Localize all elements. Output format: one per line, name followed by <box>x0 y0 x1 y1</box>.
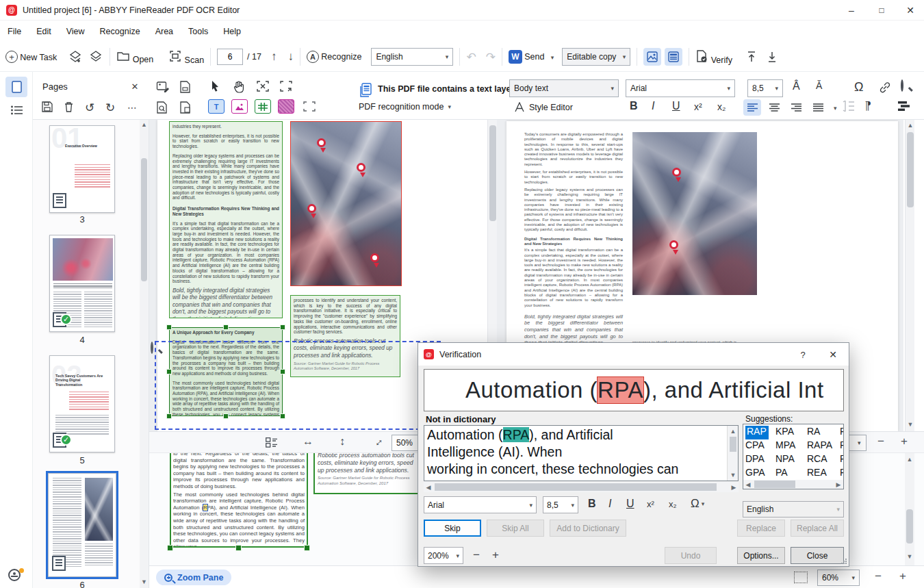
paragraph-direction-icon[interactable]: ¶ <box>865 100 871 112</box>
line-spacing-icon[interactable] <box>842 101 854 112</box>
menu-view[interactable]: View <box>59 21 92 42</box>
font-size-select[interactable]: 8,5 ▾ <box>747 79 783 97</box>
new-task-button[interactable]: + New Task <box>5 51 57 63</box>
resize-handle[interactable] <box>166 324 172 330</box>
close-pages-panel-icon[interactable]: ✕ <box>129 80 141 92</box>
status-zoom-select[interactable]: 60% ▾ <box>817 570 860 586</box>
add-pages-icon[interactable] <box>68 49 83 64</box>
suggestion-item[interactable]: CPA <box>745 439 775 453</box>
accessibility-icon[interactable] <box>8 569 21 581</box>
undo-icon[interactable]: ↶ <box>466 50 476 64</box>
scroll-down-icon[interactable]: ▼ <box>728 472 739 478</box>
suggestion-item[interactable]: REA <box>807 467 840 481</box>
align-center-button[interactable] <box>765 99 783 116</box>
picture-area-tool[interactable] <box>231 99 248 114</box>
subscript-button[interactable]: x₂ <box>717 101 726 112</box>
suggestions-horizontal-scrollbar[interactable]: ◀ ▶ <box>743 480 843 489</box>
dialog-subscript-button[interactable]: x₂ <box>669 499 677 509</box>
zoom-pane-quote-area[interactable]: Robotic process automation tools cut cos… <box>313 453 422 494</box>
scroll-down-icon[interactable]: ▼ <box>906 421 915 428</box>
text-area-tool[interactable]: T <box>208 99 224 114</box>
zoom-pane-selected-area[interactable]: to the next. Regardless of the details, … <box>170 453 308 548</box>
justify-button[interactable] <box>809 99 827 116</box>
zoom-in-icon[interactable]: + <box>901 435 908 448</box>
suggestions-listbox[interactable]: RAP CPA DPA GPA KPA MPA NPA PA RA RAPA R… <box>743 424 844 489</box>
resize-handle[interactable] <box>235 545 242 551</box>
dialog-close-button[interactable]: Close <box>791 547 844 564</box>
align-left-button[interactable] <box>743 99 761 116</box>
scroll-up-icon[interactable]: ▲ <box>906 122 915 129</box>
zoom-out-icon[interactable]: − <box>877 435 884 448</box>
delete-page-icon[interactable] <box>63 101 75 113</box>
maximize-button[interactable]: □ <box>867 0 897 21</box>
fit-height-icon[interactable]: ↕ <box>339 435 345 448</box>
minimize-button[interactable]: – <box>836 0 867 21</box>
menu-file[interactable]: File <box>0 21 29 42</box>
decrease-font-icon[interactable]: Ǎ <box>816 80 822 91</box>
menu-tools[interactable]: Tools <box>181 21 216 42</box>
page-thumbnail-5[interactable]: 02 Tech Savvy Customers Are Driving Digi… <box>49 355 115 452</box>
style-editor-button[interactable]: Style Editor <box>515 102 573 112</box>
align-right-button[interactable] <box>787 99 805 116</box>
bold-button[interactable]: B <box>630 100 638 112</box>
highlight-text-icon[interactable] <box>898 101 912 112</box>
resize-area-icon[interactable] <box>279 80 293 93</box>
rotate-left-icon[interactable]: ↺ <box>85 101 94 115</box>
copy-type-select[interactable]: Editable copy ▾ <box>562 48 630 66</box>
menu-edit[interactable]: Edit <box>29 21 59 42</box>
table-area-tool[interactable] <box>255 99 271 114</box>
recognition-area-tool[interactable] <box>301 99 318 114</box>
skip-button[interactable]: Skip <box>424 520 481 537</box>
fit-page-icon[interactable]: ↔ <box>370 433 386 450</box>
pane-layout-icon[interactable] <box>266 437 277 448</box>
editor-vertical-scrollbar[interactable]: ▲ ▼ <box>727 426 738 481</box>
menu-area[interactable]: Area <box>148 21 181 42</box>
text-pane-scrollbar[interactable]: ▲ ▼ <box>905 120 914 431</box>
alignment-more-chevron-icon[interactable]: ▾ <box>834 105 837 112</box>
image-view-toggle[interactable] <box>643 48 661 66</box>
scroll-left-icon[interactable]: ◀ <box>425 483 432 491</box>
text-area-region[interactable]: industries they represent. However, for … <box>169 121 283 318</box>
select-region-icon[interactable] <box>794 572 808 583</box>
more-options-icon[interactable]: ⋯ <box>127 102 137 113</box>
suggestion-item[interactable]: R <box>840 439 844 453</box>
select-cursor-icon[interactable] <box>209 80 221 93</box>
next-page-icon[interactable]: ↓ <box>287 50 294 64</box>
zoom-in-icon[interactable]: + <box>899 570 906 583</box>
dialog-bold-button[interactable]: B <box>588 498 596 510</box>
zoom-pane-scrollbar[interactable]: ▲ ▼ <box>905 453 914 565</box>
scroll-up-icon[interactable]: ▲ <box>905 456 914 463</box>
save-page-icon[interactable] <box>41 101 53 113</box>
font-family-select[interactable]: Arial ▾ <box>626 79 735 97</box>
copy-page-icon[interactable] <box>179 101 192 114</box>
underline-button[interactable]: U <box>672 100 680 112</box>
open-button[interactable]: Open <box>116 50 153 64</box>
pan-hand-icon[interactable] <box>233 80 245 93</box>
resize-handle[interactable] <box>304 545 310 551</box>
pages-list-view-button[interactable] <box>5 100 27 120</box>
text-zoom-select-partial[interactable]: ▾ <box>849 435 867 451</box>
resize-grip[interactable] <box>840 558 847 564</box>
suggestion-item[interactable]: GPA <box>745 467 775 481</box>
add-to-dictionary-button[interactable]: Add to Dictionary <box>550 520 626 537</box>
delete-area-icon[interactable] <box>256 80 270 93</box>
resize-handle[interactable] <box>280 324 285 330</box>
page-thumbnail-6-selected[interactable] <box>48 473 116 577</box>
scroll-right-icon[interactable]: ▶ <box>730 483 737 491</box>
editor-horizontal-scrollbar[interactable]: ◀ ▶ <box>424 482 739 492</box>
suggestion-item[interactable]: PA <box>775 467 807 481</box>
dialog-zoom-out-icon[interactable]: − <box>473 548 480 562</box>
pages-stack-icon[interactable] <box>88 49 103 64</box>
dialog-zoom-select[interactable]: 200% ▾ <box>424 547 463 564</box>
text-view-toggle[interactable] <box>665 48 682 66</box>
resize-handle[interactable] <box>167 545 173 551</box>
suggestion-item[interactable]: R <box>840 453 844 467</box>
search-icon[interactable] <box>901 81 903 90</box>
recognized-text-column[interactable]: Today's consumers are digitally empowere… <box>524 132 623 346</box>
scroll-right-icon[interactable]: ▶ <box>835 481 842 488</box>
options-button[interactable]: Options... <box>737 547 785 564</box>
dialog-underline-button[interactable]: U <box>626 498 634 510</box>
menu-help[interactable]: Help <box>216 21 248 42</box>
pages-thumbnails-view-button[interactable] <box>5 77 27 97</box>
suggestion-item[interactable]: R <box>840 467 844 481</box>
